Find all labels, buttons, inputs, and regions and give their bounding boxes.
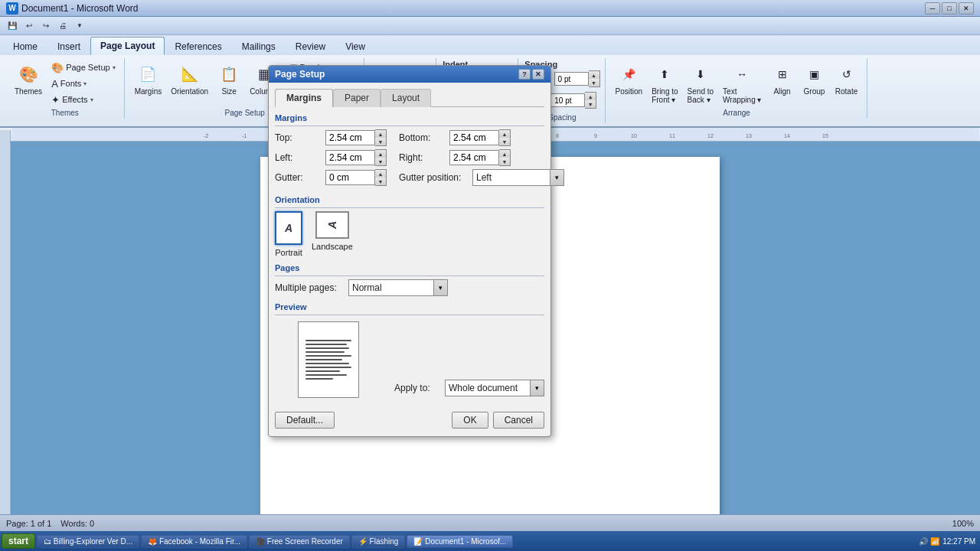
tab-insert[interactable]: Insert xyxy=(47,37,90,55)
spacing-after-spinners: ▲ ▼ xyxy=(585,92,596,109)
rotate-label: Rotate xyxy=(835,87,858,96)
spacing-before-input[interactable] xyxy=(554,72,589,86)
orientation-button[interactable]: 📐 Orientation xyxy=(167,60,212,99)
taskbar-item-2[interactable]: 🎥 Free Screen Recorder xyxy=(249,535,350,548)
size-button[interactable]: 📋 Size xyxy=(214,60,244,99)
multiple-pages-dropdown-arrow[interactable]: ▾ xyxy=(433,280,447,295)
cancel-button[interactable]: Cancel xyxy=(493,412,544,429)
save-button[interactable]: 💾 xyxy=(5,19,20,33)
spacing-after-down[interactable]: ▼ xyxy=(585,100,596,108)
themes-icon: 🎨 xyxy=(17,63,40,86)
margins-right-col: Bottom: ▲ ▼ Right: ▲ xyxy=(399,129,564,189)
minimize-button[interactable]: ─ xyxy=(925,2,940,15)
multiple-pages-select[interactable]: Normal ▾ xyxy=(348,279,448,296)
group-button[interactable]: ▣ Group xyxy=(799,60,830,99)
left-up[interactable]: ▲ xyxy=(375,150,386,158)
tab-view[interactable]: View xyxy=(335,37,375,55)
gutter-position-label: Gutter position: xyxy=(399,172,468,183)
gutter-down[interactable]: ▼ xyxy=(375,178,386,185)
close-button[interactable]: ✕ xyxy=(959,2,974,15)
align-button[interactable]: ⊞ Align xyxy=(767,60,798,99)
taskbar-item-3[interactable]: ⚡ Flashing xyxy=(351,535,406,548)
maximize-button[interactable]: □ xyxy=(942,2,957,15)
send-to-back-button[interactable]: ⬇ Send toBack ▾ xyxy=(684,60,717,107)
portrait-button[interactable]: A Portrait xyxy=(275,211,302,257)
landscape-button[interactable]: A Landscape xyxy=(312,211,353,257)
preview-line-8 xyxy=(305,367,351,368)
text-wrapping-label: TextWrapping ▾ xyxy=(723,87,761,104)
position-icon: 📌 xyxy=(617,63,640,86)
top-up[interactable]: ▲ xyxy=(375,130,386,138)
tab-references[interactable]: References xyxy=(165,37,231,55)
dialog-tab-layout[interactable]: Layout xyxy=(381,89,431,107)
margins-divider xyxy=(275,126,544,126)
dialog-tab-margins[interactable]: Margins xyxy=(275,89,333,107)
preview-line-3 xyxy=(305,347,349,349)
svg-text:10: 10 xyxy=(631,133,637,139)
undo-button[interactable]: ↩ xyxy=(21,19,37,33)
top-down[interactable]: ▼ xyxy=(375,138,386,145)
left-input[interactable] xyxy=(325,150,375,165)
taskbar-item-0[interactable]: 🗂 Billing-Explorer Ver D... xyxy=(37,535,139,548)
margins-fields: Top: ▲ ▼ Left: ▲ xyxy=(275,129,544,189)
taskbar-item-4[interactable]: 📝 Document1 - Microsof... xyxy=(407,535,513,548)
left-down[interactable]: ▼ xyxy=(375,158,386,165)
ok-button[interactable]: OK xyxy=(452,412,488,429)
gutter-position-select[interactable]: Left ▾ xyxy=(472,169,564,186)
customize-quick-access-button[interactable]: ▼ xyxy=(72,19,87,33)
right-down[interactable]: ▼ xyxy=(499,158,510,165)
tab-review[interactable]: Review xyxy=(286,37,335,55)
preview-line-1 xyxy=(305,340,351,341)
right-input-wrap: ▲ ▼ xyxy=(449,149,511,166)
colors-button[interactable]: 🎨 Page Setup ▾ xyxy=(47,60,119,75)
default-button[interactable]: Default... xyxy=(275,412,335,429)
spacing-before-up[interactable]: ▲ xyxy=(589,71,599,79)
spacing-before-down[interactable]: ▼ xyxy=(589,79,599,86)
dialog-help-button[interactable]: ? xyxy=(518,69,531,80)
gutter-up[interactable]: ▲ xyxy=(375,170,386,178)
status-left: Page: 1 of 1 Words: 0 xyxy=(6,519,94,528)
tab-page-layout[interactable]: Page Layout xyxy=(90,37,165,55)
spacing-after-wrap: ▲ ▼ xyxy=(550,92,596,109)
orientation-group: A Portrait A Landscape xyxy=(275,211,544,257)
position-button[interactable]: 📌 Position xyxy=(612,60,647,99)
rotate-button[interactable]: ↺ Rotate xyxy=(831,60,862,99)
fonts-button[interactable]: A Fonts ▾ xyxy=(47,76,119,91)
right-input[interactable] xyxy=(449,150,499,165)
tab-mailings[interactable]: Mailings xyxy=(232,37,286,55)
position-label: Position xyxy=(616,87,643,96)
spacing-after-up[interactable]: ▲ xyxy=(585,93,596,100)
redo-button[interactable]: ↪ xyxy=(38,19,54,33)
dialog-tab-paper[interactable]: Paper xyxy=(333,89,381,107)
bring-to-front-button[interactable]: ⬆ Bring toFront ▾ xyxy=(648,60,681,107)
spacing-after-input[interactable] xyxy=(550,93,585,107)
apply-to-dropdown-arrow[interactable]: ▾ xyxy=(530,380,544,396)
dialog-title-controls[interactable]: ? ✕ xyxy=(518,69,544,80)
start-button[interactable]: start xyxy=(2,533,35,549)
tab-home[interactable]: Home xyxy=(3,37,47,55)
gutter-input-wrap: ▲ ▼ xyxy=(325,169,387,186)
gutter-position-dropdown-arrow[interactable]: ▾ xyxy=(550,170,564,185)
bottom-input[interactable] xyxy=(449,130,499,145)
window-title: Document1 - Microsoft Word xyxy=(21,3,139,14)
title-bar-controls[interactable]: ─ □ ✕ xyxy=(925,2,974,15)
bottom-up[interactable]: ▲ xyxy=(499,130,510,138)
right-up[interactable]: ▲ xyxy=(499,150,510,158)
preview-line-6 xyxy=(305,359,342,360)
svg-text:-1: -1 xyxy=(242,133,247,139)
print-button[interactable]: 🖨 xyxy=(55,19,70,33)
colors-label: Page Setup xyxy=(66,63,110,72)
taskbar-item-1[interactable]: 🦊 Facebook - Mozilla Fir... xyxy=(141,535,247,548)
left-input-wrap: ▲ ▼ xyxy=(325,149,387,166)
apply-to-select[interactable]: Whole document ▾ xyxy=(445,380,544,396)
preview-line-2 xyxy=(305,344,347,345)
bring-to-front-label: Bring toFront ▾ xyxy=(652,87,678,104)
margins-button[interactable]: 📄 Margins xyxy=(131,60,166,99)
text-wrapping-button[interactable]: ↔ TextWrapping ▾ xyxy=(719,60,765,107)
gutter-input[interactable] xyxy=(325,170,375,185)
effects-button[interactable]: ✦ Effects ▾ xyxy=(47,92,119,107)
top-input[interactable] xyxy=(325,130,375,145)
dialog-close-button[interactable]: ✕ xyxy=(532,69,544,80)
themes-button[interactable]: 🎨 Themes xyxy=(11,60,46,99)
bottom-down[interactable]: ▼ xyxy=(499,138,510,145)
